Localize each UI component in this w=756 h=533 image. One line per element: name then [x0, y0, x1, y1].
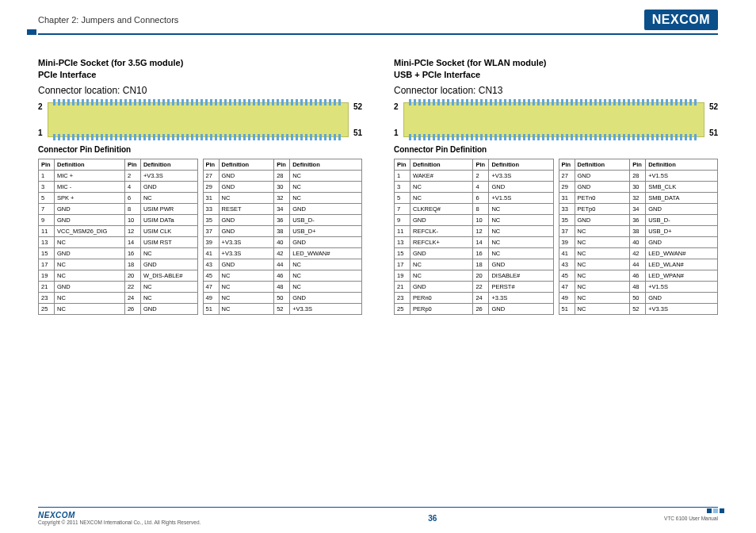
table-cell: NC [410, 192, 473, 203]
table-cell: GND [646, 203, 718, 214]
table-cell: 40 [630, 236, 646, 247]
table-row: 19NC20W_DIS-ABLE# [39, 270, 198, 281]
table-cell: 16 [473, 247, 489, 259]
table-cell: 18 [124, 259, 140, 270]
table-row: 7CLKREQ#8NC [395, 203, 554, 214]
table-cell: GND [219, 170, 274, 181]
table-cell: NC [55, 236, 125, 247]
table-cell: 44 [274, 259, 290, 270]
table-cell: 27 [559, 170, 575, 181]
table-cell: 21 [39, 281, 55, 292]
table-cell: 23 [395, 292, 410, 303]
table-cell: 1 [39, 170, 55, 181]
table-cell: USB_D+ [646, 225, 718, 236]
connector-socket-icon [48, 102, 349, 137]
table-cell: GND [575, 214, 630, 225]
table-row: 9GND10NC [395, 214, 554, 225]
table-cell: 36 [630, 214, 646, 225]
table-cell: W_DIS-ABLE# [140, 270, 197, 281]
table-cell: GND [219, 225, 274, 236]
table-cell: 7 [395, 203, 410, 214]
table-cell: 10 [473, 214, 489, 225]
pin-labels-right-side: 52 51 [353, 102, 362, 137]
table-cell: USIM PWR [140, 203, 197, 214]
table-cell: NC [55, 303, 125, 314]
table-row: 11REFCLK-12NC [395, 225, 554, 236]
table-cell: GND [290, 236, 362, 247]
table-cell: 27 [203, 170, 219, 181]
table-cell: GND [575, 170, 630, 181]
table-cell: 35 [203, 214, 219, 225]
table-cell: GND [140, 303, 197, 314]
table-cell: 15 [39, 247, 55, 259]
table-cell: 26 [124, 303, 140, 314]
table-row: 37NC38USB_D+ [559, 225, 718, 236]
table-cell: NC [290, 281, 362, 292]
table-cell: +V3.3S [489, 170, 553, 181]
table-row: 33RESET34GND [203, 203, 362, 214]
table-cell: GND [55, 214, 125, 225]
table-row: 33PETp034GND [559, 203, 718, 214]
table-cell: 50 [630, 292, 646, 303]
table-row: 1WAKE#2+V3.3S [395, 170, 554, 181]
table-cell: NC [55, 270, 125, 281]
table-cell: NC [489, 247, 553, 259]
table-row: 29GND30NC [203, 181, 362, 192]
table-cell: NC [140, 281, 197, 292]
table-row: 21GND22PERST# [395, 281, 554, 292]
pin-table-left-a: PinDefinitionPinDefinition1MIC +2+V3.3S3… [38, 159, 198, 315]
table-cell: 19 [39, 270, 55, 281]
table-cell: 1 [395, 170, 410, 181]
table-row: 1MIC +2+V3.3S [39, 170, 198, 181]
table-cell: 52 [274, 303, 290, 314]
table-row: 19NC20DISABLE# [395, 270, 554, 281]
table-cell: 50 [274, 292, 290, 303]
table-cell: LED_WLAN# [646, 259, 718, 270]
table-cell: 9 [39, 214, 55, 225]
pin-labels-left-side: 2 1 [38, 102, 43, 137]
table-header: Pin [274, 159, 290, 170]
table-cell: 15 [395, 247, 410, 259]
table-cell: 43 [203, 259, 219, 270]
table-cell: 28 [630, 170, 646, 181]
table-cell: NC [489, 214, 553, 225]
table-cell: 37 [559, 225, 575, 236]
table-row: 21GND22NC [39, 281, 198, 292]
table-cell: 37 [203, 225, 219, 236]
table-cell: 49 [559, 292, 575, 303]
table-cell: LED_WWAN# [290, 247, 362, 259]
table-cell: 19 [395, 270, 410, 281]
pin-labels-right-side: 52 51 [709, 102, 718, 137]
table-cell: 36 [274, 214, 290, 225]
table-cell: USIM DATa [140, 214, 197, 225]
table-cell: 42 [630, 247, 646, 259]
right-column: Mini-PCIe Socket (for WLAN module) USB +… [394, 57, 718, 315]
table-cell: GND [140, 259, 197, 270]
table-cell: MIC + [55, 170, 125, 181]
table-cell: USIM CLK [140, 225, 197, 236]
table-cell: USB_D- [646, 214, 718, 225]
table-cell: NC [575, 259, 630, 270]
pin-table-left-b: PinDefinitionPinDefinition27GND28NC29GND… [203, 159, 363, 315]
table-row: 31NC32NC [203, 192, 362, 203]
pin-table-right-a: PinDefinitionPinDefinition1WAKE#2+V3.3S3… [394, 159, 554, 315]
table-cell: +V1.5S [646, 170, 718, 181]
table-cell: 34 [630, 203, 646, 214]
table-cell: 43 [559, 259, 575, 270]
table-header: Definition [575, 159, 630, 170]
table-row: 29GND30SMB_CLK [559, 181, 718, 192]
pin-tables-right: PinDefinitionPinDefinition1WAKE#2+V3.3S3… [394, 159, 718, 315]
table-row: 35GND36USB_D- [203, 214, 362, 225]
table-header: Definition [646, 159, 718, 170]
table-row: 13REFCLK+14NC [395, 236, 554, 247]
table-cell: 3 [395, 181, 410, 192]
section-heading-left: Mini-PCIe Socket (for 3.5G module) PCIe … [38, 57, 362, 82]
table-cell: 17 [395, 259, 410, 270]
table-row: 17NC18GND [395, 259, 554, 270]
table-cell: 14 [124, 236, 140, 247]
table-cell: 20 [473, 270, 489, 281]
table-cell: 6 [473, 192, 489, 203]
table-row: 43NC44LED_WLAN# [559, 259, 718, 270]
table-cell: 12 [473, 225, 489, 236]
table-cell: +V3.3S [290, 303, 362, 314]
